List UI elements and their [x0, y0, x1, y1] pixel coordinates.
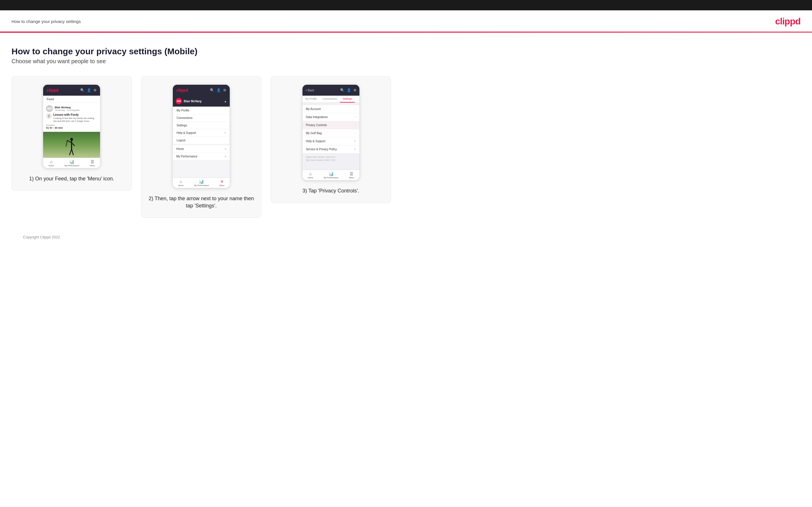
data-integrations-label: Data Integrations: [306, 115, 328, 119]
menu-user-left: BM Blair McHarg: [176, 98, 202, 104]
step-3-description: 3) Tap 'Privacy Controls'.: [303, 187, 359, 194]
menu-label: Menu: [90, 165, 95, 167]
chevron-right-icon: ›: [355, 107, 356, 111]
svg-line-5: [71, 149, 73, 155]
phone-3-topbar: < Back 🔍 👤 ⚙: [303, 85, 359, 96]
settings-tabs: My Profile Connections Settings: [303, 96, 359, 103]
home-icon-3: ⌂: [309, 171, 311, 176]
settings-item-my-account[interactable]: My Account ›: [303, 105, 359, 113]
phone-2-topbar: clippd 🔍 👤 ⚙: [173, 85, 230, 96]
lesson-info: Lesson with Fordy Looking to feel like m…: [53, 113, 97, 123]
step-2-phone: clippd 🔍 👤 ⚙ BM Blair McHarg: [172, 84, 230, 188]
steps-container: clippd 🔍 👤 ⚙ Feed BM Blair McHarg: [11, 76, 391, 218]
user-icon-3: 👤: [347, 88, 351, 92]
nav-performance-3: 📊 My Performance: [324, 171, 339, 179]
menu-user-row: BM Blair McHarg ▲: [173, 96, 230, 107]
menu-dropdown: My Profile Connections Settings Help & S…: [173, 107, 230, 144]
menu-item-settings[interactable]: Settings: [173, 122, 230, 129]
close-icon: ✕: [220, 179, 224, 184]
performance-icon: 📊: [69, 159, 74, 164]
external-link-icon-3: ↗: [354, 148, 356, 151]
phone-1-icons: 🔍 👤 ⚙: [80, 88, 97, 92]
settings-icon: ⚙: [94, 88, 97, 92]
feed-user-name: Blair McHarg: [55, 106, 80, 109]
nav-performance-2: 📊 My Performance: [194, 179, 209, 186]
menu-item-connections[interactable]: Connections: [173, 114, 230, 122]
external-link-icon-2: ↗: [354, 140, 356, 143]
nav-menu: ☰ Menu: [90, 159, 95, 167]
feed-tab: Feed: [43, 96, 100, 103]
menu-item-help-support[interactable]: Help & Support ↗: [173, 129, 230, 137]
step-1-description: 1) On your Feed, tap the 'Menu' icon.: [29, 175, 114, 182]
search-icon: 🔍: [80, 88, 85, 92]
lesson-desc: Looking to feel like my hands are exitin…: [53, 117, 97, 123]
phone-2-bottom-nav: ⌂ Home 📊 My Performance ✕ Menu: [173, 177, 230, 188]
help-support-label: Help & Support: [306, 139, 325, 143]
golfer-svg: [66, 137, 78, 158]
clippd-logo: clippd: [775, 16, 801, 27]
phone-1-logo: clippd: [47, 88, 58, 93]
menu-label-3: Menu: [349, 177, 354, 179]
bg-content: [173, 160, 230, 177]
version-line-2: GQL Server Version: 2022.7.30-1: [306, 159, 356, 162]
phone-2-logo: clippd: [176, 88, 188, 93]
tab-my-profile[interactable]: My Profile: [303, 96, 320, 103]
page-subtitle: Choose what you want people to see: [11, 58, 391, 65]
chevron-right-icon-3: ›: [355, 123, 356, 127]
service-privacy-label: Service & Privacy Policy: [306, 148, 337, 151]
home-label: Home: [49, 165, 54, 167]
home-label-3: Home: [308, 177, 313, 179]
settings-item-privacy-controls[interactable]: Privacy Controls ›: [303, 121, 359, 129]
nav-home-3: ⌂ Home: [308, 171, 313, 179]
my-golf-bag-label: My Golf Bag: [306, 131, 322, 135]
menu-user-avatar: BM: [176, 98, 182, 104]
svg-line-2: [67, 140, 71, 143]
step-3-card: < Back 🔍 👤 ⚙ My Profile Connections Sett…: [270, 76, 391, 203]
settings-list: My Account › Data Integrations › Privacy…: [303, 105, 359, 153]
user-icon-2: 👤: [216, 88, 221, 92]
phone-3-icons: 🔍 👤 ⚙: [340, 88, 357, 92]
home-icon: ⌂: [50, 159, 52, 164]
privacy-controls-label: Privacy Controls: [306, 123, 327, 127]
performance-icon-3: 📊: [328, 171, 334, 176]
menu-item-logout[interactable]: Logout: [173, 137, 230, 144]
svg-line-6: [66, 140, 67, 147]
settings-item-service-privacy[interactable]: Service & Privacy Policy ↗: [303, 145, 359, 153]
feed-avatar: BM: [46, 105, 53, 112]
performance-icon-2: 📊: [199, 179, 204, 184]
menu-icon-3: ☰: [350, 171, 353, 176]
performance-label-2: My Performance: [194, 184, 209, 186]
external-link-icon: ↗: [224, 131, 226, 134]
header-title: How to change your privacy settings: [11, 19, 81, 24]
menu-item-my-profile[interactable]: My Profile: [173, 107, 230, 114]
spacer: [303, 164, 359, 170]
tab-settings[interactable]: Settings: [340, 96, 355, 103]
step-1-card: clippd 🔍 👤 ⚙ Feed BM Blair McHarg: [11, 76, 132, 191]
settings-item-data-integrations[interactable]: Data Integrations ›: [303, 113, 359, 121]
settings-item-help-support[interactable]: Help & Support ↗: [303, 137, 359, 145]
top-bar: [0, 0, 812, 10]
menu-nav-performance[interactable]: My Performance ▾: [173, 153, 230, 160]
phone-1-bottom-nav: ⌂ Home 📊 My Performance ☰ Menu: [43, 158, 100, 168]
settings-icon-2: ⚙: [223, 88, 226, 92]
home-icon-2: ⌂: [180, 179, 182, 184]
back-button[interactable]: < Back: [305, 89, 314, 92]
feed-post: BM Blair McHarg Yesterday · Sunningdale …: [43, 103, 100, 132]
nav-home-2: ⌂ Home: [178, 179, 184, 186]
menu-nav-home[interactable]: Home ▾: [173, 145, 230, 153]
search-icon-2: 🔍: [210, 88, 214, 92]
menu-screen: BM Blair McHarg ▲ My Profile Connections…: [173, 96, 230, 177]
chevron-right-icon-2: ›: [355, 115, 356, 119]
tab-connections[interactable]: Connections: [320, 96, 340, 103]
feed-duration-value: 01 hr : 30 min: [46, 126, 97, 129]
main-content: How to change your privacy settings (Mob…: [0, 33, 403, 257]
step-2-card: clippd 🔍 👤 ⚙ BM Blair McHarg: [141, 76, 262, 218]
chevron-down-icon-2: ▾: [225, 155, 226, 158]
settings-item-my-golf-bag[interactable]: My Golf Bag ›: [303, 129, 359, 137]
menu-nav-section: Home ▾ My Performance ▾: [173, 145, 230, 160]
phone-2-icons: 🔍 👤 ⚙: [210, 88, 226, 92]
menu-user-name: Blair McHarg: [184, 100, 202, 103]
copyright-text: Copyright Clippd 2022: [23, 235, 60, 239]
version-line-1: Clippd Client Version: 2022.8.3-3: [306, 155, 356, 159]
chevron-right-icon-4: ›: [355, 131, 356, 135]
